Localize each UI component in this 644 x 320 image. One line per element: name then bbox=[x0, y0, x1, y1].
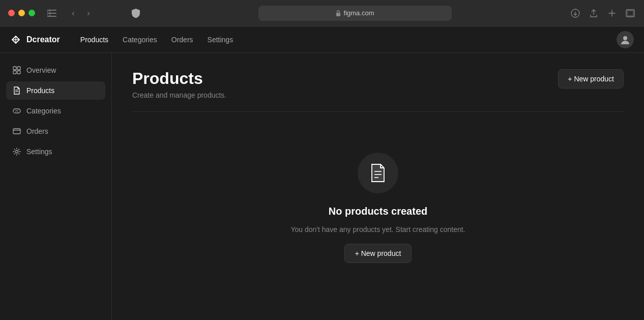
content-header: Products Create and manage products. + N… bbox=[132, 69, 624, 99]
svg-rect-12 bbox=[17, 71, 20, 74]
svg-rect-17 bbox=[13, 129, 20, 134]
sidebar-label-orders: Orders bbox=[26, 127, 48, 135]
logo-icon bbox=[10, 34, 22, 46]
lock-icon bbox=[336, 10, 341, 16]
credit-card-icon bbox=[12, 127, 21, 136]
empty-state-title: No products created bbox=[329, 206, 427, 217]
fullscreen-button[interactable] bbox=[28, 10, 35, 16]
nav-links: Products Categories Orders Settings bbox=[74, 33, 617, 47]
shield-icon bbox=[132, 9, 140, 18]
close-button[interactable] bbox=[8, 10, 15, 16]
sidebar-label-settings: Settings bbox=[26, 148, 52, 156]
tag-icon bbox=[12, 106, 21, 115]
svg-point-8 bbox=[623, 36, 627, 40]
new-product-button-top[interactable]: + New product bbox=[558, 69, 624, 89]
tabs-icon[interactable] bbox=[625, 8, 636, 19]
sidebar-item-settings[interactable]: Settings bbox=[6, 142, 105, 161]
svg-rect-7 bbox=[627, 11, 633, 16]
logo-text: Dcreator bbox=[26, 35, 60, 44]
svg-point-19 bbox=[16, 151, 18, 153]
url-text: figma.com bbox=[344, 9, 374, 17]
new-product-button-center[interactable]: + New product bbox=[344, 244, 412, 263]
minimize-button[interactable] bbox=[18, 10, 25, 16]
sidebar-toggle-icon[interactable] bbox=[45, 8, 58, 18]
profile-avatar[interactable] bbox=[617, 31, 634, 48]
empty-state-subtitle: You don't have any products yet. Start c… bbox=[290, 225, 465, 234]
svg-rect-1 bbox=[47, 13, 56, 14]
nav-link-orders[interactable]: Orders bbox=[165, 33, 199, 47]
nav-link-categories[interactable]: Categories bbox=[116, 33, 163, 47]
nav-link-products[interactable]: Products bbox=[74, 33, 114, 47]
empty-state: No products created You don't have any p… bbox=[132, 112, 624, 304]
browser-nav: ‹ › bbox=[67, 7, 95, 20]
share-icon[interactable] bbox=[588, 8, 599, 19]
svg-rect-4 bbox=[336, 13, 340, 16]
svg-rect-11 bbox=[13, 71, 16, 74]
svg-rect-10 bbox=[17, 67, 20, 70]
download-icon[interactable] bbox=[570, 8, 581, 19]
sidebar-item-products[interactable]: Products bbox=[6, 81, 105, 100]
address-bar[interactable]: figma.com bbox=[258, 6, 452, 21]
content-area: Products Create and manage products. + N… bbox=[112, 53, 644, 320]
logo-area: Dcreator bbox=[10, 34, 60, 46]
grid-icon bbox=[12, 66, 21, 75]
address-bar-container: figma.com bbox=[146, 6, 564, 21]
forward-button[interactable]: › bbox=[82, 7, 95, 20]
main-area: Overview Products bbox=[0, 53, 644, 320]
top-nav: Dcreator Products Categories Orders Sett… bbox=[0, 26, 644, 53]
page-title-area: Products Create and manage products. bbox=[132, 69, 226, 99]
sidebar-item-overview[interactable]: Overview bbox=[6, 61, 105, 79]
empty-state-icon-circle bbox=[358, 153, 398, 193]
gear-icon bbox=[12, 147, 21, 156]
page-subtitle: Create and manage products. bbox=[132, 91, 226, 99]
sidebar: Overview Products bbox=[0, 53, 112, 320]
sidebar-label-products: Products bbox=[26, 86, 54, 95]
app-wrapper: Dcreator Products Categories Orders Sett… bbox=[0, 26, 644, 320]
svg-rect-9 bbox=[13, 67, 16, 70]
document-icon bbox=[369, 163, 387, 183]
sidebar-label-overview: Overview bbox=[26, 66, 56, 74]
file-icon bbox=[12, 86, 21, 95]
browser-chrome: ‹ › figma.com bbox=[0, 0, 644, 26]
sidebar-item-categories[interactable]: Categories bbox=[6, 102, 105, 120]
back-button[interactable]: ‹ bbox=[67, 7, 80, 20]
sidebar-item-orders[interactable]: Orders bbox=[6, 122, 105, 140]
sidebar-label-categories: Categories bbox=[26, 107, 61, 115]
page-title: Products bbox=[132, 69, 226, 88]
new-tab-icon[interactable] bbox=[606, 8, 618, 19]
nav-link-settings[interactable]: Settings bbox=[201, 33, 240, 47]
browser-actions bbox=[570, 8, 636, 19]
traffic-lights bbox=[8, 10, 35, 16]
